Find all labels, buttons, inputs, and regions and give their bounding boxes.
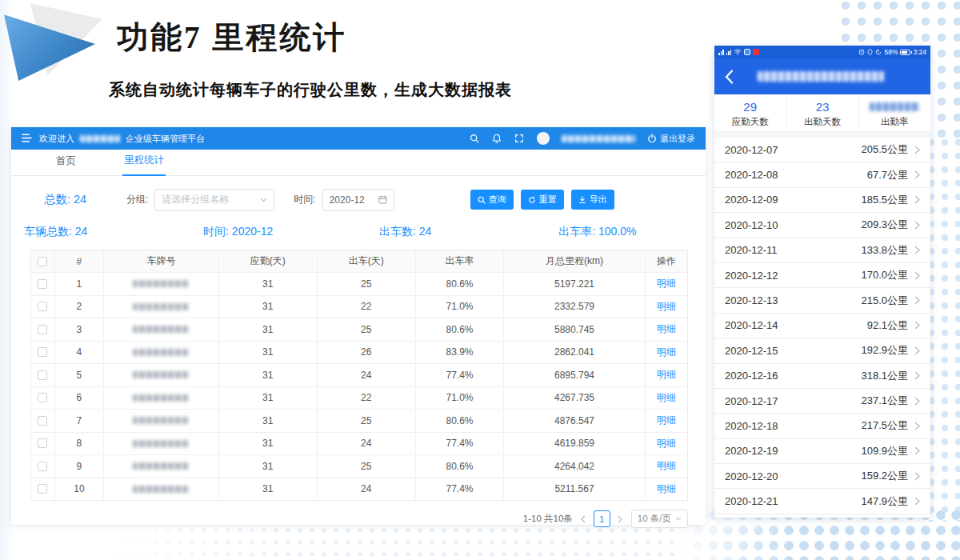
search-icon[interactable]: [470, 134, 480, 144]
chevron-right-icon: [914, 246, 920, 254]
summary-vehicle-total: 车辆总数: 24: [24, 225, 203, 239]
detail-link[interactable]: 明细: [657, 322, 676, 336]
prev-page-icon[interactable]: [580, 515, 586, 523]
duty-days: 31: [218, 364, 317, 386]
dispatch-rate: 80.6%: [415, 410, 504, 432]
list-item[interactable]: 2020-12-20 159.2公里: [714, 464, 930, 489]
chevron-right-icon: [914, 296, 920, 305]
tab-bar: 首页 里程统计: [11, 150, 706, 176]
list-item[interactable]: 2020-12-21 147.9公里: [714, 489, 930, 514]
list-item[interactable]: 2020-12-12 170.0公里: [714, 263, 930, 288]
table-row: 8 31 24 77.4% 4619.859 明细: [31, 432, 687, 455]
export-button[interactable]: 导出: [571, 190, 614, 210]
item-date: 2020-12-09: [725, 194, 778, 206]
detail-link[interactable]: 明细: [657, 391, 676, 405]
table-row: 1 31 25 80.6% 5197.221 明细: [31, 272, 687, 295]
redacted-plate-number: [133, 394, 189, 402]
search-button[interactable]: 查询: [470, 190, 514, 210]
item-date: 2020-12-11: [725, 244, 778, 256]
row-checkbox[interactable]: [38, 325, 47, 334]
calendar-icon: [378, 195, 387, 204]
row-checkbox[interactable]: [38, 393, 47, 402]
redacted-plate-number: [133, 462, 189, 470]
detail-link[interactable]: 明细: [657, 368, 676, 382]
row-checkbox[interactable]: [38, 347, 47, 357]
row-checkbox[interactable]: [38, 370, 47, 380]
list-item[interactable]: 2020-12-09 185.5公里: [714, 188, 930, 213]
download-icon: [578, 196, 586, 204]
list-item[interactable]: 2020-12-18 217.5公里: [714, 414, 930, 438]
app-notification-icon: [744, 49, 750, 55]
search-icon: [478, 196, 486, 204]
row-checkbox[interactable]: [38, 302, 47, 311]
redacted-plate-number: [133, 303, 189, 310]
detail-link[interactable]: 明细: [657, 346, 676, 359]
page-size-select[interactable]: 10 条/页: [631, 510, 688, 528]
detail-link[interactable]: 明细: [657, 414, 676, 427]
avatar[interactable]: [537, 132, 550, 145]
list-item[interactable]: 2020-12-17 237.1公里: [714, 389, 930, 414]
row-index: 8: [54, 433, 104, 455]
summary-time: 时间: 2020-12: [203, 225, 379, 239]
detail-link[interactable]: 明细: [657, 277, 676, 290]
signal-icon: [718, 50, 724, 55]
group-select-placeholder: 请选择分组名称: [162, 193, 229, 206]
detail-link[interactable]: 明细: [657, 459, 676, 473]
hamburger-menu-icon[interactable]: [22, 134, 32, 144]
row-checkbox[interactable]: [38, 416, 47, 426]
row-checkbox[interactable]: [38, 462, 47, 471]
monthly-mileage: 5197.221: [503, 273, 644, 295]
logout-button[interactable]: 退出登录: [647, 133, 695, 145]
list-item[interactable]: 2020-12-14 92.1公里: [714, 314, 930, 338]
export-button-label: 导出: [590, 194, 607, 206]
page-number[interactable]: 1: [594, 510, 610, 527]
next-page-icon[interactable]: [618, 515, 624, 523]
detail-link[interactable]: 明细: [657, 437, 676, 450]
list-item[interactable]: 2020-12-07 205.5公里: [714, 138, 930, 162]
item-date: 2020-12-17: [725, 395, 778, 407]
bell-icon[interactable]: [492, 134, 502, 144]
pagination: 1-10 共10条 1 10 条/页: [24, 510, 688, 528]
row-checkbox[interactable]: [38, 438, 47, 448]
mileage-table: # 车牌号 应勤(天) 出车(天) 出车率 月总里程(km) 操作 1 31 2…: [30, 250, 688, 501]
detail-link[interactable]: 明细: [657, 482, 676, 496]
duty-days: 31: [218, 342, 317, 364]
duty-days: 31: [218, 455, 317, 478]
row-checkbox[interactable]: [38, 279, 47, 289]
mobile-status-bar: 58% 3:24: [714, 46, 930, 58]
list-item[interactable]: 2020-12-15 192.9公里: [714, 338, 930, 363]
chevron-right-icon: [914, 321, 920, 330]
item-date: 2020-12-13: [725, 294, 778, 306]
list-item[interactable]: 2020-12-08 67.7公里: [714, 162, 930, 187]
refresh-icon: [528, 196, 536, 204]
col-out: 出车(天): [317, 250, 415, 272]
desktop-screenshot: 欢迎进入 企业级车辆管理平台 退出登录: [11, 127, 706, 525]
list-item[interactable]: 2020-12-10 209.3公里: [714, 213, 930, 238]
page-subtitle: 系统自动统计每辆车子的行驶公里数，生成大数据报表: [109, 79, 512, 101]
row-checkbox[interactable]: [38, 484, 47, 494]
reset-button[interactable]: 重置: [521, 190, 564, 210]
row-index: 3: [54, 318, 104, 341]
battery-percent: 58%: [884, 48, 898, 56]
out-days: 24: [317, 433, 415, 455]
select-all-checkbox[interactable]: [38, 257, 47, 266]
monthly-mileage: 2862.041: [503, 342, 644, 364]
list-item[interactable]: 2020-12-19 109.9公里: [714, 439, 930, 464]
duty-days: 31: [218, 478, 317, 501]
detail-link[interactable]: 明细: [657, 300, 676, 314]
item-date: 2020-12-14: [725, 319, 778, 331]
list-item[interactable]: 2020-12-11 133.8公里: [714, 238, 930, 263]
tab-home[interactable]: 首页: [54, 154, 78, 175]
list-item[interactable]: 2020-12-13 215.0公里: [714, 288, 930, 313]
tab-mileage-stats[interactable]: 里程统计: [122, 154, 166, 176]
back-icon[interactable]: [725, 70, 734, 84]
redacted-plate-number: [133, 280, 189, 287]
group-select[interactable]: 请选择分组名称: [154, 189, 274, 211]
time-input[interactable]: 2020-12: [322, 189, 394, 211]
fullscreen-icon[interactable]: [514, 134, 525, 144]
list-item[interactable]: 2020-12-16 318.1公里: [714, 364, 930, 389]
item-date: 2020-12-19: [725, 445, 778, 457]
out-days: 22: [317, 387, 415, 410]
page-title: 功能7 里程统计: [117, 16, 346, 59]
col-rate: 出车率: [415, 250, 504, 272]
